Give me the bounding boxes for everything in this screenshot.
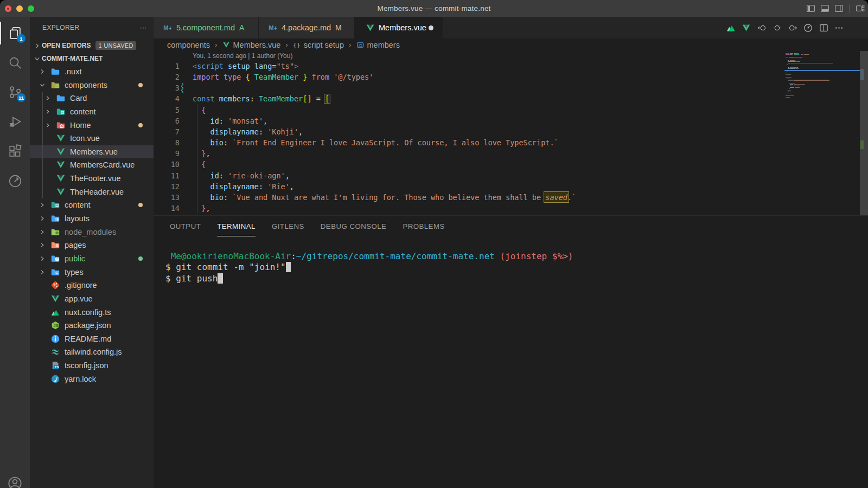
tree-item-label: app.vue <box>65 294 93 303</box>
breadcrumb-Members.vue[interactable]: Members.vue <box>222 41 281 49</box>
terminal[interactable]: Me@ookirienoMacBook-Air:~/gitrepos/commi… <box>154 236 868 488</box>
tree-item-home[interactable]: Home <box>30 118 154 132</box>
dirty-indicator[interactable] <box>429 25 433 30</box>
panel-tab-output[interactable]: OUTPUT <box>170 216 201 236</box>
tree-item-theheader.vue[interactable]: TheHeader.vue <box>30 185 154 198</box>
gitlens-codelens[interactable]: You, 1 second ago | 1 author (You) <box>193 52 292 60</box>
panel-tabs: OUTPUTTERMINALGITLENSDEBUG CONSOLEPROBLE… <box>170 216 445 236</box>
line-number: 10 <box>154 159 180 170</box>
markdown-icon: M <box>163 23 173 33</box>
activity-bar: 111 <box>0 17 30 488</box>
tab-4-package-md[interactable]: M4.package.mdM <box>259 17 354 38</box>
minimap[interactable] <box>784 53 861 205</box>
tree-item-label: components <box>65 81 107 89</box>
breadcrumb-separator: › <box>215 41 218 49</box>
vue-icon <box>366 23 375 33</box>
customize-layout-button[interactable] <box>854 3 865 14</box>
breadcrumb-label: members <box>367 41 400 49</box>
titlebar: Members.vue — commit-mate.net <box>0 0 868 17</box>
code-line-5: 5 { <box>154 105 775 115</box>
account-icon <box>8 476 22 488</box>
breadcrumb-members[interactable]: @members <box>356 41 400 49</box>
tree-item-node-modules[interactable]: node_modules <box>30 225 154 239</box>
open-editors-section[interactable]: OPEN EDITORS 1 UNSAVED <box>30 39 154 52</box>
tree-item-pages[interactable]: pages <box>30 239 154 252</box>
breadcrumb-script-setup[interactable]: {}script setup <box>293 41 344 49</box>
tree-item-.gitignore[interactable]: .gitignore <box>30 279 154 292</box>
tree-item-readme.md[interactable]: README.md <box>30 332 154 346</box>
activity-explorer[interactable]: 1 <box>0 18 30 48</box>
volar-button[interactable] <box>741 22 752 34</box>
next-change-button[interactable] <box>787 22 799 34</box>
nuxt-button[interactable] <box>725 22 737 34</box>
sidebar-title-label: EXPLORER <box>42 24 80 31</box>
root-folder-section[interactable]: COMMIT-MATE.NET <box>30 52 154 65</box>
tab-5-component-md[interactable]: M5.component.mdA <box>154 17 259 38</box>
tab-members-vue[interactable]: Members.vue <box>354 17 443 38</box>
tree-item-types[interactable]: TStypes <box>30 265 154 279</box>
tree-item-content[interactable]: content <box>30 105 154 119</box>
tree-item-thefooter.vue[interactable]: TheFooter.vue <box>30 172 154 185</box>
tree-item-label: content <box>70 107 96 116</box>
svg-text:@: @ <box>358 42 362 47</box>
open-change-button[interactable] <box>771 22 783 34</box>
tree-item-label: types <box>65 268 84 277</box>
tree-item-nuxt.config.ts[interactable]: nuxt.config.ts <box>30 305 154 319</box>
extensions-icon <box>8 144 22 158</box>
tree-item-.nuxt[interactable]: .nuxt <box>30 65 154 79</box>
vue-icon <box>56 187 66 197</box>
tree-item-label: tailwind.config.js <box>65 348 122 356</box>
tree-item-card[interactable]: Card <box>30 92 154 105</box>
tree-item-icon.vue[interactable]: Icon.vue <box>30 132 154 145</box>
activity-extensions[interactable] <box>0 137 30 166</box>
svg-text:JS: JS <box>53 323 59 328</box>
activity-account[interactable] <box>0 468 30 488</box>
split-editor-button[interactable] <box>818 22 829 34</box>
tree-item-memberscard.vue[interactable]: MembersCard.vue <box>30 158 154 172</box>
activity-source-control[interactable]: 11 <box>0 78 30 107</box>
folder-components-icon <box>50 80 60 90</box>
svg-text:M: M <box>163 24 168 31</box>
toggle-secondary-sidebar-button[interactable] <box>833 3 844 14</box>
activity-search[interactable] <box>0 48 30 78</box>
code-line-8: 8 bio: `Front End Engineer I love JavaSc… <box>154 137 775 148</box>
tree-item-package.json[interactable]: JSpackage.json <box>30 319 154 332</box>
minimap-current-line <box>784 70 861 71</box>
toggle-sidebar-button[interactable] <box>805 3 816 14</box>
explorer-badge: 1 <box>17 34 25 43</box>
tree-item-label: content <box>65 201 91 209</box>
tree-item-app.vue[interactable]: app.vue <box>30 292 154 306</box>
explorer-more-actions-icon[interactable]: ··· <box>140 24 147 31</box>
tree-item-yarn.lock[interactable]: yarn.lock <box>30 372 154 386</box>
toggle-secondary-sidebar-icon <box>834 4 844 13</box>
activity-gitlens[interactable] <box>0 166 30 196</box>
vue-icon <box>56 174 66 183</box>
tree-item-content[interactable]: content <box>30 198 154 212</box>
code-editor[interactable]: You, 1 second ago | 1 author (You) 1<scr… <box>154 51 868 215</box>
tree-item-tsconfig.json[interactable]: TStsconfig.json <box>30 359 154 373</box>
activity-run-debug[interactable] <box>0 107 30 137</box>
debug-icon <box>8 115 22 129</box>
tree-item-members.vue[interactable]: Members.vue <box>30 145 154 159</box>
panel-tab-gitlens[interactable]: GITLENS <box>272 216 304 236</box>
sidebar: EXPLORER ··· OPEN EDITORS 1 UNSAVED COMM… <box>30 17 154 488</box>
file-history-button[interactable] <box>802 22 814 34</box>
line-number: 5 <box>154 105 180 115</box>
tree-item-label: Icon.vue <box>70 134 100 143</box>
panel-tab-terminal[interactable]: TERMINAL <box>217 216 256 236</box>
tree-item-components[interactable]: components <box>30 78 154 92</box>
prev-change-button[interactable] <box>756 22 768 34</box>
panel-tab-debug-console[interactable]: DEBUG CONSOLE <box>321 216 387 236</box>
more-actions-button[interactable] <box>833 22 845 34</box>
tree-item-layouts[interactable]: layouts <box>30 212 154 226</box>
next-change-icon <box>788 23 797 33</box>
tab-git-badge: M <box>335 23 342 32</box>
breadcrumb-components[interactable]: components <box>167 41 210 49</box>
chev-right-icon <box>34 42 41 49</box>
tree-item-public[interactable]: public <box>30 252 154 266</box>
vue-icon <box>56 133 66 143</box>
tree-item-tailwind.config.js[interactable]: tailwind.config.js <box>30 345 154 359</box>
panel-tab-problems[interactable]: PROBLEMS <box>403 216 444 236</box>
chev-down-icon <box>39 82 46 88</box>
toggle-panel-button[interactable] <box>819 3 830 14</box>
